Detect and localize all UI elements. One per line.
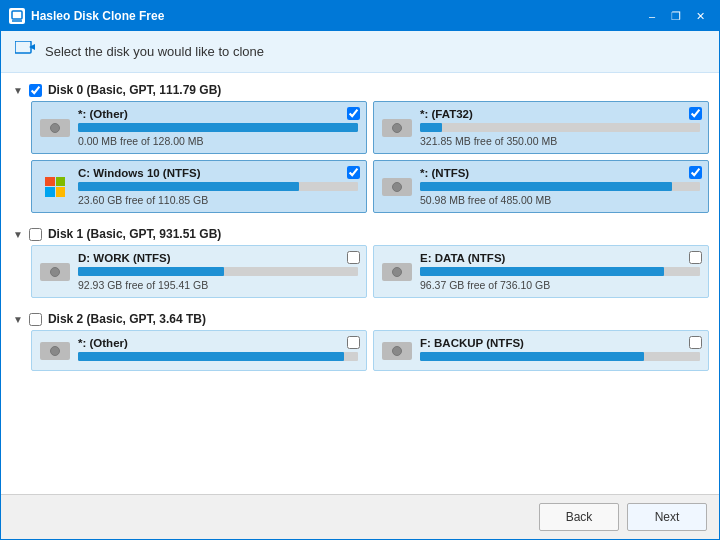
svg-rect-2 <box>15 41 31 53</box>
progress-bg-0-3 <box>420 182 700 191</box>
disk-group-1: ▼ Disk 1 (Basic, GPT, 931.51 GB) D: WORK… <box>11 223 709 298</box>
partition-checkbox-0-1[interactable] <box>689 107 702 120</box>
partition-info-1-0: D: WORK (NTFS) 92.93 GB free of 195.41 G… <box>78 252 358 291</box>
partition-name-2-0: *: (Other) <box>78 337 358 349</box>
partition-name-1-0: D: WORK (NTFS) <box>78 252 358 264</box>
disk-chevron-1[interactable]: ▼ <box>13 229 23 240</box>
disk-header-2: ▼ Disk 2 (Basic, GPT, 3.64 TB) <box>11 308 709 330</box>
disk-chevron-0[interactable]: ▼ <box>13 85 23 96</box>
partition-checkbox-2-0[interactable] <box>347 336 360 349</box>
window-title: Hasleo Disk Clone Free <box>31 9 164 23</box>
progress-bg-0-2 <box>78 182 358 191</box>
partition-card-1-0: D: WORK (NTFS) 92.93 GB free of 195.41 G… <box>31 245 367 298</box>
header-icon <box>15 41 35 62</box>
partition-name-0-2: C: Windows 10 (NTFS) <box>78 167 358 179</box>
progress-bg-0-0 <box>78 123 358 132</box>
close-button[interactable]: ✕ <box>689 6 711 26</box>
partition-info-2-1: F: BACKUP (NTFS) <box>420 337 700 364</box>
partition-checkbox-0-2[interactable] <box>347 166 360 179</box>
partition-card-0-3: *: (NTFS) 50.98 MB free of 485.00 MB <box>373 160 709 213</box>
partition-name-1-1: E: DATA (NTFS) <box>420 252 700 264</box>
partitions-grid-1: D: WORK (NTFS) 92.93 GB free of 195.41 G… <box>11 245 709 298</box>
partition-card-2-0: *: (Other) <box>31 330 367 371</box>
disk-group-0: ▼ Disk 0 (Basic, GPT, 111.79 GB) *: (Oth… <box>11 79 709 213</box>
disk-label-0: Disk 0 (Basic, GPT, 111.79 GB) <box>48 83 221 97</box>
hdd-icon-1-0 <box>40 261 70 283</box>
progress-bg-2-1 <box>420 352 700 361</box>
progress-bg-0-1 <box>420 123 700 132</box>
partition-name-0-0: *: (Other) <box>78 108 358 120</box>
partition-size-0-2: 23.60 GB free of 110.85 GB <box>78 194 358 206</box>
progress-bg-1-1 <box>420 267 700 276</box>
progress-fill-0-3 <box>420 182 672 191</box>
partition-checkbox-0-0[interactable] <box>347 107 360 120</box>
svg-marker-3 <box>29 44 35 50</box>
partition-checkbox-1-1[interactable] <box>689 251 702 264</box>
content-area[interactable]: ▼ Disk 0 (Basic, GPT, 111.79 GB) *: (Oth… <box>1 73 719 494</box>
partition-name-2-1: F: BACKUP (NTFS) <box>420 337 700 349</box>
disk-checkbox-0[interactable] <box>29 84 42 97</box>
partitions-grid-0: *: (Other) 0.00 MB free of 128.00 MB *: … <box>11 101 709 213</box>
progress-bg-2-0 <box>78 352 358 361</box>
partition-checkbox-1-0[interactable] <box>347 251 360 264</box>
hdd-icon-1-1 <box>382 261 412 283</box>
partition-info-0-0: *: (Other) 0.00 MB free of 128.00 MB <box>78 108 358 147</box>
partition-card-0-2: C: Windows 10 (NTFS) 23.60 GB free of 11… <box>31 160 367 213</box>
title-bar-left: Hasleo Disk Clone Free <box>9 8 164 24</box>
header-text: Select the disk you would like to clone <box>45 44 264 59</box>
window-controls: – ❐ ✕ <box>641 6 711 26</box>
main-window: Hasleo Disk Clone Free – ❐ ✕ Select the … <box>0 0 720 540</box>
partition-size-0-0: 0.00 MB free of 128.00 MB <box>78 135 358 147</box>
progress-fill-1-0 <box>78 267 224 276</box>
progress-fill-1-1 <box>420 267 664 276</box>
partition-info-0-1: *: (FAT32) 321.85 MB free of 350.00 MB <box>420 108 700 147</box>
partition-size-0-1: 321.85 MB free of 350.00 MB <box>420 135 700 147</box>
progress-fill-2-0 <box>78 352 344 361</box>
restore-button[interactable]: ❐ <box>665 6 687 26</box>
hdd-icon-2-1 <box>382 340 412 362</box>
partition-info-0-3: *: (NTFS) 50.98 MB free of 485.00 MB <box>420 167 700 206</box>
partition-info-2-0: *: (Other) <box>78 337 358 364</box>
svg-rect-0 <box>12 11 22 19</box>
disk-checkbox-2[interactable] <box>29 313 42 326</box>
hdd-icon-0-0 <box>40 117 70 139</box>
progress-fill-2-1 <box>420 352 644 361</box>
hdd-icon-0-3 <box>382 176 412 198</box>
minimize-button[interactable]: – <box>641 6 663 26</box>
next-button[interactable]: Next <box>627 503 707 531</box>
progress-fill-0-1 <box>420 123 442 132</box>
progress-fill-0-0 <box>78 123 358 132</box>
partition-info-1-1: E: DATA (NTFS) 96.37 GB free of 736.10 G… <box>420 252 700 291</box>
partition-checkbox-0-3[interactable] <box>689 166 702 179</box>
header-bar: Select the disk you would like to clone <box>1 31 719 73</box>
partition-info-0-2: C: Windows 10 (NTFS) 23.60 GB free of 11… <box>78 167 358 206</box>
app-icon <box>9 8 25 24</box>
disk-label-1: Disk 1 (Basic, GPT, 931.51 GB) <box>48 227 221 241</box>
footer: Back Next <box>1 494 719 539</box>
partition-size-1-1: 96.37 GB free of 736.10 GB <box>420 279 700 291</box>
partition-card-0-1: *: (FAT32) 321.85 MB free of 350.00 MB <box>373 101 709 154</box>
progress-bg-1-0 <box>78 267 358 276</box>
disk-checkbox-1[interactable] <box>29 228 42 241</box>
progress-fill-0-2 <box>78 182 299 191</box>
partition-size-1-0: 92.93 GB free of 195.41 GB <box>78 279 358 291</box>
disk-header-1: ▼ Disk 1 (Basic, GPT, 931.51 GB) <box>11 223 709 245</box>
partition-card-0-0: *: (Other) 0.00 MB free of 128.00 MB <box>31 101 367 154</box>
partition-checkbox-2-1[interactable] <box>689 336 702 349</box>
windows-icon-0-2 <box>40 176 70 198</box>
hdd-icon-2-0 <box>40 340 70 362</box>
partition-name-0-3: *: (NTFS) <box>420 167 700 179</box>
disk-group-2: ▼ Disk 2 (Basic, GPT, 3.64 TB) *: (Other… <box>11 308 709 371</box>
partition-card-1-1: E: DATA (NTFS) 96.37 GB free of 736.10 G… <box>373 245 709 298</box>
partitions-grid-2: *: (Other) F: BACKUP (NTFS) <box>11 330 709 371</box>
title-bar: Hasleo Disk Clone Free – ❐ ✕ <box>1 1 719 31</box>
hdd-icon-0-1 <box>382 117 412 139</box>
disk-header-0: ▼ Disk 0 (Basic, GPT, 111.79 GB) <box>11 79 709 101</box>
disk-chevron-2[interactable]: ▼ <box>13 314 23 325</box>
partition-card-2-1: F: BACKUP (NTFS) <box>373 330 709 371</box>
partition-size-0-3: 50.98 MB free of 485.00 MB <box>420 194 700 206</box>
disk-label-2: Disk 2 (Basic, GPT, 3.64 TB) <box>48 312 206 326</box>
partition-name-0-1: *: (FAT32) <box>420 108 700 120</box>
back-button[interactable]: Back <box>539 503 619 531</box>
